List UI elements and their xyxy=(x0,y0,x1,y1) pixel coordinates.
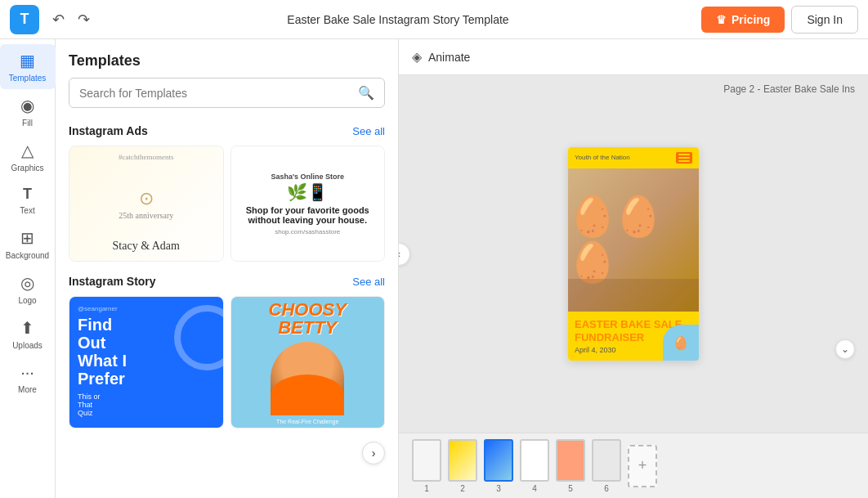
page-thumbnails: 1 2 3 4 5 6 + xyxy=(399,433,868,498)
more-icon: ··· xyxy=(20,363,34,382)
sidebar-label-graphics: Graphics xyxy=(11,164,43,173)
main-layout: ▦ Templates ◉ Fill △ Graphics T Text ⊞ B… xyxy=(0,39,868,498)
topbar: T ↶ ↷ Easter Bake Sale Instagram Story T… xyxy=(0,0,868,39)
canvas-preview-card[interactable]: Youth of the Nation 🥚🥚🥚 xyxy=(568,147,699,361)
fill-icon: ◉ xyxy=(20,96,34,115)
sidebar-item-more[interactable]: ··· More xyxy=(0,357,56,401)
section-header-instagram-story: Instagram Story See all xyxy=(69,275,385,288)
thumb-num-3: 3 xyxy=(496,484,501,493)
search-icon: 🔍 xyxy=(358,86,374,100)
see-all-instagram-ads[interactable]: See all xyxy=(352,125,385,137)
background-icon: ⊞ xyxy=(20,228,34,248)
template-card-story1[interactable]: @seangarner FindOutWhat IPrefer This orT… xyxy=(69,296,224,428)
page-label: Page 2 - Easter Bake Sale Ins xyxy=(723,83,855,95)
animate-label[interactable]: Animate xyxy=(428,51,470,64)
story1-subtitle: This orThatQuiz xyxy=(78,393,215,417)
thumb-item-5[interactable]: 5 xyxy=(556,439,585,493)
collapse-panel-arrow[interactable]: ‹ xyxy=(399,243,410,266)
next-arrow[interactable]: › xyxy=(362,442,385,464)
template-card-ad1[interactable]: #catchthemoments ⊙ 25th anniversary Stac… xyxy=(69,146,224,262)
easter-brand: Youth of the Nation xyxy=(575,154,630,161)
sidebar-item-uploads[interactable]: ⬆ Uploads xyxy=(0,312,56,357)
graphics-icon: △ xyxy=(21,141,34,160)
canvas-area: ◈ Animate Page 2 - Easter Bake Sale Ins … xyxy=(399,39,868,498)
sidebar-item-fill[interactable]: ◉ Fill xyxy=(0,89,56,134)
easter-card: Youth of the Nation 🥚🥚🥚 xyxy=(568,147,699,361)
sidebar-item-templates[interactable]: ▦ Templates xyxy=(0,44,56,89)
undo-button[interactable]: ↶ xyxy=(47,7,69,32)
thumb-box-4 xyxy=(520,439,549,482)
sidebar-label-more: More xyxy=(18,385,37,394)
sidebar-item-logo[interactable]: ◎ Logo xyxy=(0,267,56,312)
sidebar-label-uploads: Uploads xyxy=(12,341,43,350)
signin-button[interactable]: Sign In xyxy=(791,6,858,34)
thumb-box-2 xyxy=(448,439,477,482)
thumb-item-1[interactable]: 1 xyxy=(412,439,441,493)
document-title: Easter Bake Sale Instagram Story Templat… xyxy=(103,13,693,26)
app-logo[interactable]: T xyxy=(10,5,39,34)
sidebar-label-templates: Templates xyxy=(9,74,47,83)
thumb-box-3 xyxy=(484,439,513,482)
crown-icon: ♛ xyxy=(716,13,727,26)
sidebar-item-background[interactable]: ⊞ Background xyxy=(0,222,56,267)
topbar-actions: ♛ Pricing Sign In xyxy=(701,6,858,34)
instagram-ads-grid: #catchthemoments ⊙ 25th anniversary Stac… xyxy=(69,146,385,262)
canvas-content: Page 2 - Easter Bake Sale Ins ‹ Youth of… xyxy=(399,75,868,433)
thumb-box-5 xyxy=(556,439,585,482)
section-title-instagram-ads: Instagram Ads xyxy=(69,124,148,137)
search-bar: 🔍 xyxy=(69,78,385,108)
add-page-button[interactable]: + xyxy=(628,445,657,487)
sidebar-label-text: Text xyxy=(20,206,34,215)
thumb-item-4[interactable]: 4 xyxy=(520,439,549,493)
sidebar-item-text[interactable]: T Text xyxy=(0,179,56,222)
history-controls: ↶ ↷ xyxy=(47,7,95,32)
templates-scroll[interactable]: Instagram Ads See all #catchthemoments ⊙… xyxy=(56,118,398,498)
thumb-num-4: 4 xyxy=(532,484,537,493)
logo-icon: ◎ xyxy=(20,273,34,293)
thumb-item-6[interactable]: 6 xyxy=(592,439,621,493)
sidebar-label-logo: Logo xyxy=(18,296,36,305)
thumb-num-6: 6 xyxy=(604,484,609,493)
section-title-instagram-story: Instagram Story xyxy=(69,275,156,288)
text-icon: T xyxy=(23,186,32,203)
redo-button[interactable]: ↷ xyxy=(73,7,95,32)
story2-title: CHOOSYBETTY xyxy=(269,301,347,337)
templates-panel: Templates 🔍 Instagram Ads See all #catch… xyxy=(56,39,399,498)
uploads-icon: ⬆ xyxy=(20,318,34,338)
sidebar-item-graphics[interactable]: △ Graphics xyxy=(0,134,56,179)
templates-panel-title: Templates xyxy=(56,39,398,78)
animate-icon: ◈ xyxy=(412,49,422,65)
sidebar-label-background: Background xyxy=(6,251,49,260)
thumb-num-1: 1 xyxy=(424,484,429,493)
template-nav: › xyxy=(69,442,385,464)
sidebar-label-fill: Fill xyxy=(22,119,33,128)
pricing-button[interactable]: ♛ Pricing xyxy=(701,7,785,33)
thumb-box-1 xyxy=(412,439,441,482)
thumb-box-6 xyxy=(592,439,621,482)
thumb-item-2[interactable]: 2 xyxy=(448,439,477,493)
thumb-num-5: 5 xyxy=(568,484,573,493)
instagram-story-grid: @seangarner FindOutWhat IPrefer This orT… xyxy=(69,296,385,428)
thumb-num-2: 2 xyxy=(460,484,465,493)
section-header-instagram-ads: Instagram Ads See all xyxy=(69,124,385,137)
search-input[interactable] xyxy=(69,80,348,106)
search-button[interactable]: 🔍 xyxy=(348,79,384,107)
template-card-ad2[interactable]: Sasha's Online Store 🌿📱 Shop for your fa… xyxy=(230,146,386,262)
sidebar-icons: ▦ Templates ◉ Fill △ Graphics T Text ⊞ B… xyxy=(0,39,56,498)
template-card-story2[interactable]: CHOOSYBETTY The Real-Fire Challenge xyxy=(230,296,386,428)
see-all-instagram-story[interactable]: See all xyxy=(352,276,385,288)
thumb-item-3[interactable]: 3 xyxy=(484,439,513,493)
scroll-down-arrow[interactable]: ⌄ xyxy=(835,339,855,359)
animate-bar: ◈ Animate xyxy=(399,39,868,75)
templates-icon: ▦ xyxy=(20,51,35,70)
